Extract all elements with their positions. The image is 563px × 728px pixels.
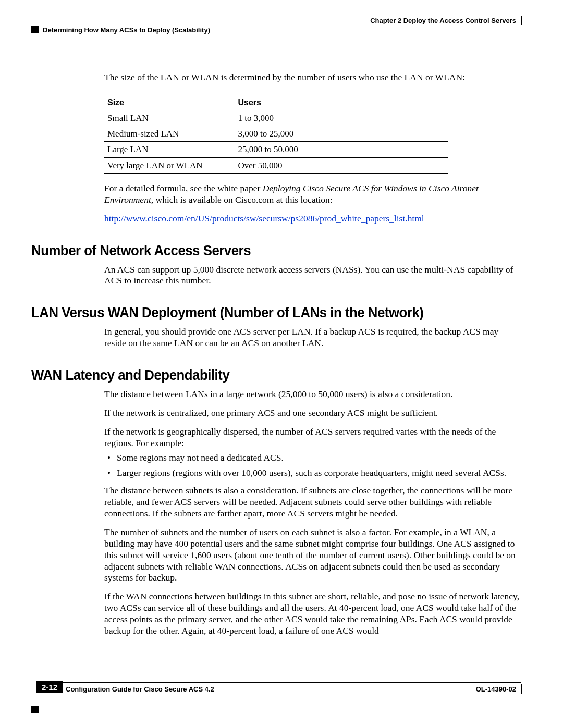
- cell-size: Large LAN: [104, 142, 235, 157]
- list-item: Larger regions (regions with over 10,000…: [104, 467, 521, 479]
- document-page: Chapter 2 Deploy the Access Control Serv…: [31, 17, 532, 644]
- wan-lat-p3: If the network is geographically dispers…: [104, 426, 521, 449]
- section-wan-latency: WAN Latency and Dependability: [31, 367, 521, 384]
- heading-wan-latency: WAN Latency and Dependability: [31, 367, 482, 384]
- body-column: The size of the LAN or WLAN is determine…: [104, 41, 521, 225]
- section-lan-wan: LAN Versus WAN Deployment (Number of LAN…: [31, 304, 521, 321]
- page-header: Chapter 2 Deploy the Access Control Serv…: [31, 17, 532, 41]
- heading-nas: Number of Network Access Servers: [31, 242, 482, 259]
- header-top-row: Chapter 2 Deploy the Access Control Serv…: [31, 17, 532, 24]
- table-row: Very large LAN or WLAN Over 50,000: [104, 157, 448, 173]
- wan-lat-bullet-list: Some regions may not need a dedicated AC…: [104, 452, 521, 479]
- cell-size: Very large LAN or WLAN: [104, 157, 235, 173]
- lan-wan-paragraph: In general, you should provide one ACS s…: [104, 326, 521, 349]
- table-row: Large LAN 25,000 to 50,000: [104, 142, 448, 157]
- th-users: Users: [235, 95, 448, 110]
- cell-users: 1 to 3,000: [235, 110, 448, 126]
- wan-lat-p1: The distance between LANs in a large net…: [104, 389, 521, 400]
- wan-lat-p6: If the WAN connections between buildings…: [104, 591, 521, 637]
- section-lan-wan-body: In general, you should provide one ACS s…: [104, 326, 521, 349]
- formula-paragraph: For a detailed formula, see the white pa…: [104, 183, 521, 206]
- nas-paragraph: An ACS can support up 5,000 discrete net…: [104, 264, 521, 287]
- cell-size: Small LAN: [104, 110, 235, 126]
- chapter-label: Chapter 2 Deploy the Access Control Serv…: [370, 17, 516, 24]
- cell-users: 3,000 to 25,000: [235, 126, 448, 142]
- section-nas-body: An ACS can support up 5,000 discrete net…: [104, 264, 521, 287]
- footer-square-icon: [31, 706, 39, 713]
- footer-doc-id: OL-14390-02: [476, 685, 516, 693]
- table-row: Small LAN 1 to 3,000: [104, 110, 448, 126]
- footer-right-bar-icon: [521, 684, 522, 694]
- page-number-box: 2-12: [36, 681, 63, 693]
- header-breadcrumb: Determining How Many ACSs to Deploy (Sca…: [43, 26, 210, 34]
- section-wan-latency-body: The distance between LANs in a large net…: [104, 389, 521, 637]
- footer-rule-icon: [63, 682, 521, 683]
- link-paragraph: http://www.cisco.com/en/US/products/sw/s…: [104, 213, 521, 225]
- wan-lat-p4: The distance between subnets is also a c…: [104, 485, 521, 520]
- page-footer: 2-12 Configuration Guide for Cisco Secur…: [31, 682, 532, 704]
- list-item: Some regions may not need a dedicated AC…: [104, 452, 521, 464]
- th-size: Size: [104, 95, 235, 110]
- formula-pre: For a detailed formula, see the white pa…: [104, 183, 263, 193]
- wan-lat-p5: The number of subnets and the number of …: [104, 527, 521, 584]
- header-right-bar-icon: [521, 16, 522, 25]
- cell-size: Medium-sized LAN: [104, 126, 235, 142]
- table-row: Medium-sized LAN 3,000 to 25,000: [104, 126, 448, 142]
- section-nas: Number of Network Access Servers: [31, 242, 521, 259]
- footer-guide-title: Configuration Guide for Cisco Secure ACS…: [66, 685, 214, 693]
- whitepaper-link[interactable]: http://www.cisco.com/en/US/products/sw/s…: [104, 213, 424, 224]
- wan-lat-p2: If the network is centralized, one prima…: [104, 408, 521, 419]
- formula-post: , which is available on Cisco.com at thi…: [151, 194, 333, 205]
- lan-size-table: Size Users Small LAN 1 to 3,000 Medium-s…: [104, 95, 448, 174]
- table-header-row: Size Users: [104, 95, 448, 110]
- cell-users: Over 50,000: [235, 157, 448, 173]
- header-square-icon: [31, 26, 39, 33]
- intro-paragraph: The size of the LAN or WLAN is determine…: [104, 72, 521, 83]
- heading-lan-wan: LAN Versus WAN Deployment (Number of LAN…: [31, 304, 482, 321]
- cell-users: 25,000 to 50,000: [235, 142, 448, 157]
